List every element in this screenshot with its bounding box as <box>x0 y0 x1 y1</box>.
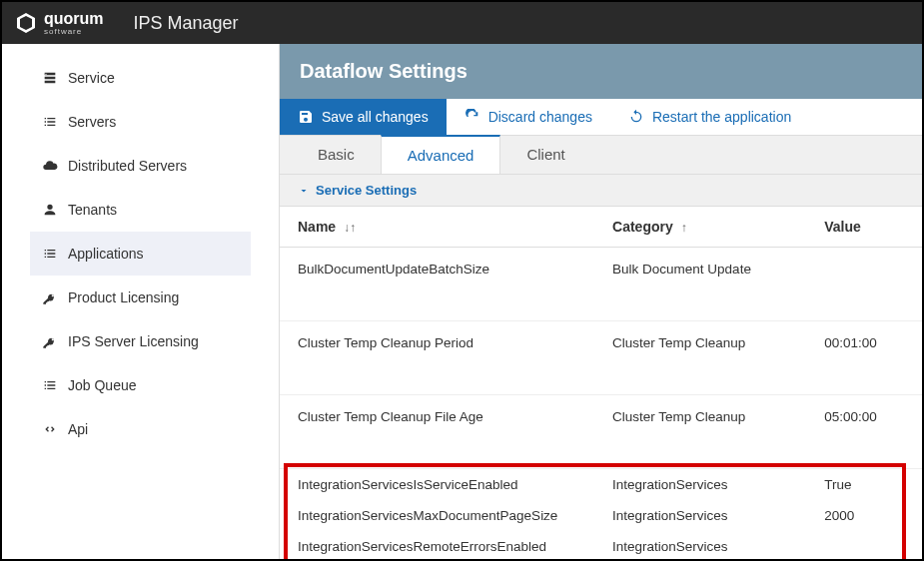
section-title: Service Settings <box>316 183 417 198</box>
toolbar: Save all changes Discard changes Restart… <box>280 99 922 136</box>
list-icon <box>42 114 58 130</box>
main-content: Dataflow Settings Save all changes Disca… <box>280 44 922 559</box>
restart-button[interactable]: Restart the application <box>610 99 809 135</box>
discard-label: Discard changes <box>488 109 592 125</box>
save-all-label: Save all changes <box>322 109 429 125</box>
cell-name: IntegrationServicesRemoteErrorsEnabled <box>280 531 594 559</box>
cell-category: IntegrationServices <box>594 531 806 559</box>
sidebar-item-applications[interactable]: Applications <box>30 232 251 276</box>
user-icon <box>42 202 58 218</box>
table-row[interactable]: Cluster Temp Cleanup File AgeCluster Tem… <box>280 395 922 469</box>
chevron-down-icon <box>298 185 310 197</box>
tab-advanced[interactable]: Advanced <box>381 135 501 174</box>
sidebar-item-label: Applications <box>68 246 144 262</box>
tab-basic[interactable]: Basic <box>292 136 381 174</box>
table-row[interactable]: IntegrationServicesMaxDocumentPageSizeIn… <box>280 500 922 531</box>
app-header: quorum software IPS Manager <box>2 2 922 44</box>
sidebar-item-label: Product Licensing <box>68 289 179 305</box>
cell-value <box>806 531 922 559</box>
table-row[interactable]: IntegrationServicesRemoteErrorsEnabledIn… <box>280 531 922 559</box>
sidebar-item-label: Servers <box>68 114 116 130</box>
save-all-button[interactable]: Save all changes <box>280 99 447 135</box>
sidebar-item-label: Tenants <box>68 202 117 218</box>
brand-subtext: software <box>44 27 104 36</box>
cell-name: BulkDocumentUpdateBatchSize <box>280 248 594 321</box>
table-row[interactable]: BulkDocumentUpdateBatchSizeBulk Document… <box>280 248 922 321</box>
brand-name: quorum <box>44 10 104 27</box>
tab-client[interactable]: Client <box>500 136 590 174</box>
sidebar-item-job-queue[interactable]: Job Queue <box>30 363 251 407</box>
sidebar-item-label: Job Queue <box>68 377 137 393</box>
page-title: Dataflow Settings <box>280 44 922 99</box>
cell-category: IntegrationServices <box>594 469 806 501</box>
settings-table-wrap: Name ↓↑ Category ↑ Value BulkDocumentUpd… <box>280 207 922 559</box>
settings-table: Name ↓↑ Category ↑ Value BulkDocumentUpd… <box>280 207 922 559</box>
sidebar-item-product-licensing[interactable]: Product Licensing <box>30 276 251 319</box>
save-icon <box>298 109 314 125</box>
tab-bar: BasicAdvancedClient <box>280 136 922 175</box>
sidebar-item-distributed-servers[interactable]: Distributed Servers <box>30 144 251 188</box>
sidebar-item-tenants[interactable]: Tenants <box>30 188 251 232</box>
cell-category: Cluster Temp Cleanup <box>594 395 806 469</box>
cell-name: Cluster Temp Cleanup File Age <box>280 395 594 469</box>
code-icon <box>42 421 58 437</box>
cell-category: Bulk Document Update <box>594 248 806 321</box>
sidebar-item-label: Service <box>68 70 115 86</box>
table-row[interactable]: Cluster Temp Cleanup PeriodCluster Temp … <box>280 321 922 395</box>
list-icon <box>42 377 58 393</box>
cell-category: IntegrationServices <box>594 500 806 531</box>
sidebar-item-service[interactable]: Service <box>30 56 251 100</box>
discard-button[interactable]: Discard changes <box>447 99 610 135</box>
key-icon <box>42 333 58 349</box>
cloud-icon <box>42 158 58 174</box>
sidebar-item-label: Api <box>68 421 88 437</box>
quorum-logo-icon <box>14 11 38 35</box>
sidebar-item-api[interactable]: Api <box>30 407 251 451</box>
key-icon <box>42 289 58 305</box>
sidebar-item-label: Distributed Servers <box>68 158 187 174</box>
cell-value: 05:00:00 <box>806 395 922 469</box>
server-icon <box>42 70 58 86</box>
refresh-icon <box>464 109 480 125</box>
sidebar: ServiceServersDistributed ServersTenants… <box>2 44 280 559</box>
sidebar-item-servers[interactable]: Servers <box>30 100 251 144</box>
section-header[interactable]: Service Settings <box>280 175 922 207</box>
table-row[interactable]: IntegrationServicesIsServiceEnabledInteg… <box>280 469 922 501</box>
list-icon <box>42 246 58 262</box>
cell-category: Cluster Temp Cleanup <box>594 321 806 395</box>
sort-indicator-name: ↓↑ <box>344 221 356 235</box>
sort-indicator-category: ↑ <box>681 221 687 235</box>
cell-value: 00:01:00 <box>806 321 922 395</box>
cell-value: 2000 <box>806 500 922 531</box>
col-value[interactable]: Value <box>806 207 922 248</box>
restart-icon <box>628 109 644 125</box>
cell-name: IntegrationServicesMaxDocumentPageSize <box>280 500 594 531</box>
cell-name: IntegrationServicesIsServiceEnabled <box>280 469 594 501</box>
cell-name: Cluster Temp Cleanup Period <box>280 321 594 395</box>
cell-value <box>806 248 922 321</box>
col-category[interactable]: Category ↑ <box>594 207 806 248</box>
cell-value: True <box>806 469 922 501</box>
col-name[interactable]: Name ↓↑ <box>280 207 594 248</box>
restart-label: Restart the application <box>652 109 791 125</box>
sidebar-item-label: IPS Server Licensing <box>68 333 199 349</box>
app-title: IPS Manager <box>134 13 239 34</box>
table-header-row: Name ↓↑ Category ↑ Value <box>280 207 922 248</box>
brand-logo: quorum software <box>14 11 104 36</box>
sidebar-item-ips-server-licensing[interactable]: IPS Server Licensing <box>30 319 251 363</box>
